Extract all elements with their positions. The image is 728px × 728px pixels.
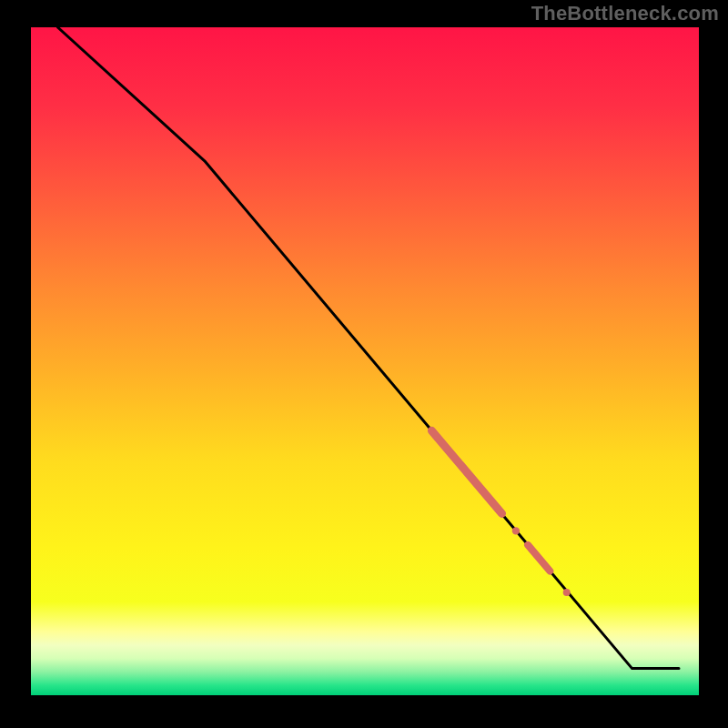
chart-svg (31, 27, 699, 695)
marker-dot-3 (563, 589, 571, 596)
plot-area (31, 27, 699, 695)
chart-frame: TheBottleneck.com (0, 0, 728, 728)
marker-dot-1 (512, 527, 520, 534)
gradient-background (31, 27, 699, 695)
watermark-text: TheBottleneck.com (531, 2, 719, 25)
